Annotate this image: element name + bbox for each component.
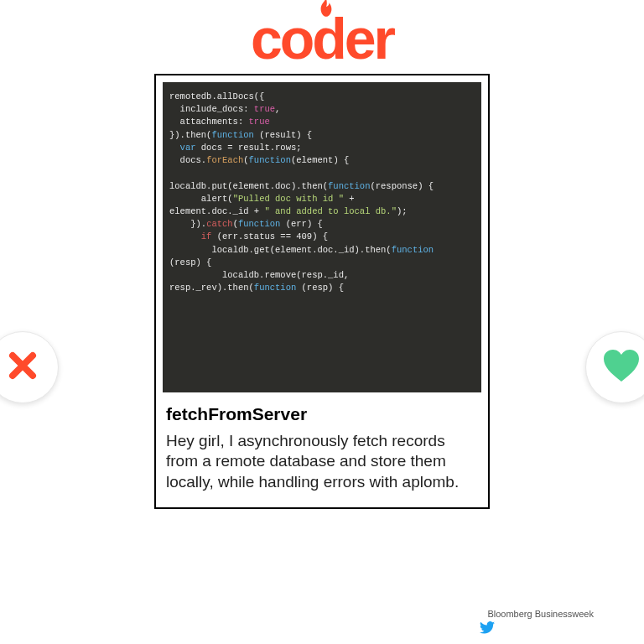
profile-card: remotedb.allDocs({ include_docs: true, a… (154, 74, 490, 509)
logo-text: coder (251, 10, 393, 67)
profile-bio: Hey girl, I asynchronously fetch records… (166, 431, 478, 492)
profile-name: fetchFromServer (166, 404, 478, 424)
app-logo: coder (0, 0, 644, 67)
like-button[interactable] (585, 331, 644, 403)
x-icon (5, 348, 40, 387)
twitter-icon[interactable] (480, 621, 495, 637)
code-snippet: remotedb.allDocs({ include_docs: true, a… (163, 82, 481, 392)
attribution-text: Bloomberg Businessweek (487, 609, 594, 619)
reject-button[interactable] (0, 331, 59, 403)
heart-icon (602, 348, 641, 387)
